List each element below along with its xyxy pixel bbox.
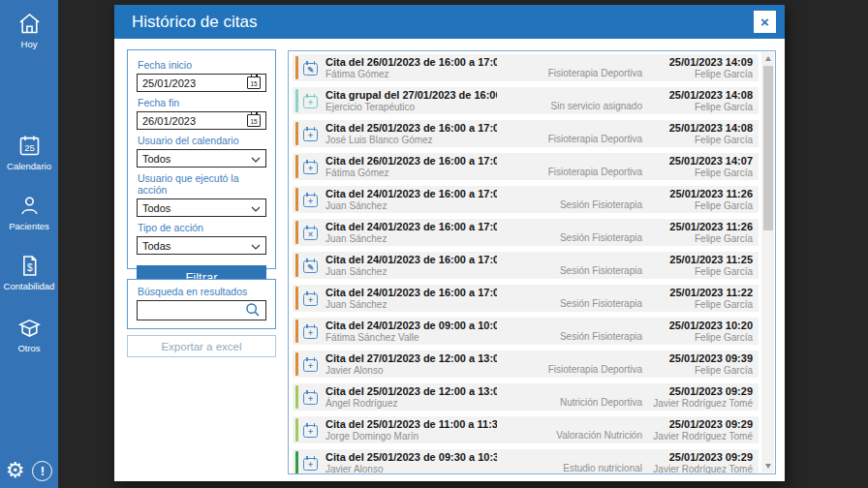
svg-text:25: 25 [24,142,35,153]
appointment-person: Javier Alonso [326,365,497,377]
tipo-accion-label: Tipo de acción [138,222,266,233]
icon-action-symbol: × [303,229,318,240]
sidebar: Hoy 25 Calendario Pacientes $ [0,0,58,488]
row-accent-bar [295,122,298,145]
appointment-title: Cita del 26/01/2023 de 16:00 a 17:00 mod… [326,56,497,69]
appointment-person: Fátima Gómez [326,69,497,80]
sidebar-item-label: Otros [0,343,58,353]
appointment-service: Fisioterapia Deportiva [497,167,642,180]
appointment-title: Cita del 26/01/2023 de 16:00 a 17:00 cre… [326,155,497,168]
appointment-row[interactable]: + Cita del 25/01/2023 de 12:00 a 13:00 c… [293,383,759,411]
search-input[interactable] [137,300,266,320]
appointment-title: Cita del 24/01/2023 de 16:00 a 17:00 eli… [326,221,497,233]
appointment-datetime: 25/01/2023 11:22 [642,287,753,299]
appointment-service: Sin servicio asignado [497,101,642,114]
exportar-excel-button[interactable]: Exportar a excel [127,335,276,357]
icon-action-symbol: ✎ [303,64,318,76]
scroll-up-icon[interactable] [761,52,774,65]
appointment-row[interactable]: ✎ Cita del 26/01/2023 de 16:00 a 17:00 m… [293,54,759,81]
accounting-icon: $ [0,253,58,279]
appointment-datetime: 25/01/2023 14:08 [642,89,753,102]
sidebar-item-label: Calendario [0,161,58,171]
appointment-row[interactable]: + Cita del 26/01/2023 de 16:00 a 17:00 c… [293,153,759,180]
search-icon[interactable] [244,301,261,320]
appointment-title: Cita del 25/01/2023 de 12:00 a 13:00 cre… [326,385,497,398]
appointment-row[interactable]: + Cita del 25/01/2023 de 09:30 a 10:30 c… [293,449,759,474]
row-accent-bar [295,155,298,178]
usuario-accion-label: Usuario que ejecutó la acción [138,172,266,196]
settings-gear-icon[interactable]: ⚙ [6,460,25,481]
appointment-calendar-icon: + [303,127,318,141]
scroll-down-icon[interactable] [761,460,774,473]
list-scrollbar[interactable] [761,52,774,473]
appointment-row[interactable]: + Cita del 25/01/2023 de 11:00 a 11:30 c… [293,416,759,443]
appointment-calendar-icon: + [303,94,318,108]
usuario-calendario-select[interactable]: Todos [137,149,266,168]
appointment-datetime: 25/01/2023 09:29 [642,385,753,398]
appointment-person: Fátima Gómez [326,168,497,179]
date-picker-icon[interactable]: 15 [247,76,261,89]
appointment-service: Estudio nutricional [497,463,642,474]
icon-action-symbol: + [303,196,318,207]
fecha-fin-input[interactable]: 26/01/2023 15 [137,111,266,130]
row-accent-bar [295,385,298,409]
appointment-datetime: 25/01/2023 11:26 [642,221,753,233]
appointment-user: Felipe García [642,69,753,80]
fecha-inicio-label: Fecha inicio [138,59,266,71]
scrollbar-thumb[interactable] [763,66,773,230]
appointment-row[interactable]: ✎ Cita del 24/01/2023 de 16:00 a 17:00 m… [293,252,759,279]
appointment-service: Sesión Fisioterapia [497,265,642,279]
calendar-icon: 25 [0,133,58,159]
appointment-datetime: 25/01/2023 09:29 [642,418,753,431]
historico-citas-window: Histórico de citas × Fecha inicio 25/01/… [114,5,785,481]
appointment-row[interactable]: + Cita del 24/01/2023 de 09:00 a 10:00 c… [293,318,759,345]
about-exclamation-icon[interactable]: ! [32,461,52,481]
appointment-datetime: 25/01/2023 10:20 [642,320,753,332]
row-accent-bar [295,352,298,376]
icon-action-symbol: ✎ [303,261,318,273]
row-accent-bar [295,56,298,79]
tipo-accion-select[interactable]: Todas [137,236,266,255]
window-title: Histórico de citas [132,13,257,32]
appointment-title: Cita del 25/01/2023 de 16:00 a 17:00 cre… [326,122,497,135]
sidebar-item-otros[interactable]: Otros [0,315,58,353]
appointment-service: Fisioterapia Deportiva [497,134,642,147]
sidebar-item-hoy[interactable]: Hoy [0,11,58,49]
others-box-icon [0,315,58,341]
usuario-accion-select[interactable]: Todos [137,198,266,217]
appointment-user: Felipe García [642,168,753,179]
chevron-down-icon [251,240,261,252]
fecha-fin-label: Fecha fin [138,97,266,108]
appointment-row[interactable]: × Cita del 24/01/2023 de 16:00 a 17:00 e… [293,219,759,246]
appointment-user: Javier Rodríguez Tomé [642,431,753,442]
sidebar-item-label: Hoy [0,39,58,49]
appointment-person: Juan Sánchez [326,266,497,278]
icon-action-symbol: + [303,426,318,438]
appointment-person: José Luis Blanco Gómez [326,135,497,146]
sidebar-item-calendario[interactable]: 25 Calendario [0,133,58,171]
close-button[interactable]: × [754,11,776,33]
appointment-user: Felipe García [642,365,753,377]
appointment-row[interactable]: + Cita grupal del 27/01/2023 de 16:00 a … [293,87,759,114]
appointment-title: Cita del 27/01/2023 de 12:00 a 13:00 cre… [326,352,497,365]
appointment-calendar-icon: + [303,324,318,339]
appointment-title: Cita del 24/01/2023 de 09:00 a 10:00 cre… [326,320,497,332]
appointment-user: Javier Rodríguez Tomé [642,398,753,410]
appointment-row[interactable]: + Cita del 24/01/2023 de 16:00 a 17:00 c… [293,186,759,213]
sidebar-item-pacientes[interactable]: Pacientes [0,193,58,231]
appointment-row[interactable]: + Cita del 24/01/2023 de 16:00 a 17:00 c… [293,285,759,312]
appointment-calendar-icon: + [303,291,318,306]
appointment-person: Juan Sánchez [326,233,497,245]
fecha-fin-value: 26/01/2023 [142,115,196,127]
appointment-title: Cita del 24/01/2023 de 16:00 a 17:00 cre… [326,287,497,299]
icon-action-symbol: + [303,294,318,306]
date-picker-icon[interactable]: 15 [247,114,261,127]
row-accent-bar [295,320,298,343]
sidebar-item-contabilidad[interactable]: $ Contabilidad [0,253,58,291]
row-accent-bar [295,188,298,211]
appointment-row[interactable]: + Cita del 25/01/2023 de 16:00 a 17:00 c… [293,120,759,147]
appointment-row[interactable]: + Cita del 27/01/2023 de 12:00 a 13:00 c… [293,351,759,378]
fecha-inicio-input[interactable]: 25/01/2023 15 [137,74,266,92]
appointment-datetime: 25/01/2023 14:08 [642,122,753,135]
appointment-calendar-icon: + [303,423,318,438]
